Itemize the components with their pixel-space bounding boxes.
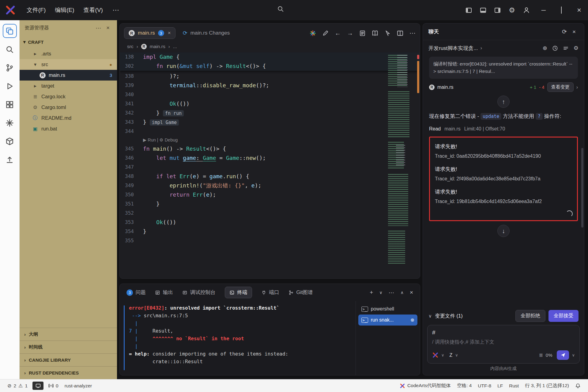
terminal-output[interactable]: error[E0432]: unresolved import `crosste… bbox=[120, 301, 356, 375]
chat-scrollbar[interactable] bbox=[581, 148, 583, 228]
code-editor[interactable]: 138impl Game {302 fn run(&mut self) -> R… bbox=[120, 52, 420, 278]
account-icon[interactable] bbox=[523, 7, 530, 13]
status-item[interactable]: 空格: 4 bbox=[454, 379, 475, 392]
terminal-dropdown-icon[interactable]: ∨ bbox=[379, 290, 382, 295]
menu-edit[interactable]: 编辑(E) bbox=[50, 4, 79, 17]
panel-close-icon[interactable]: × bbox=[410, 289, 413, 296]
publish-icon[interactable] bbox=[3, 153, 17, 167]
panel-tab-输出[interactable]: 输出 bbox=[155, 289, 173, 296]
send-options-icon[interactable]: ∨ bbox=[572, 353, 575, 357]
tree-item-target[interactable]: ▸target bbox=[20, 81, 117, 91]
forward-icon[interactable]: → bbox=[347, 30, 353, 37]
chat-input-value[interactable]: # bbox=[432, 329, 575, 336]
book-icon[interactable] bbox=[372, 30, 378, 36]
close-window-button[interactable]: × bbox=[573, 6, 585, 14]
search-panel-icon[interactable] bbox=[3, 42, 17, 56]
breadcrumb[interactable]: src › R main.rs › ... bbox=[120, 41, 420, 52]
reject-all-button[interactable]: 全部拒绝 bbox=[515, 310, 545, 322]
notifications-bell-icon[interactable] bbox=[572, 379, 584, 392]
panel-tab-问题[interactable]: 3问题 bbox=[126, 289, 146, 296]
tree-item-README.md[interactable]: ⓘREADME.md bbox=[20, 113, 117, 123]
sidebar-section-大纲[interactable]: ›大纲 bbox=[20, 328, 117, 341]
breadcrumb-item[interactable]: ... bbox=[173, 44, 177, 49]
minimap[interactable] bbox=[388, 53, 414, 275]
status-item[interactable]: UTF-8 bbox=[475, 379, 494, 392]
sidebar-close-icon[interactable]: × bbox=[104, 24, 112, 31]
back-icon[interactable]: ← bbox=[335, 30, 341, 37]
cursor-icon[interactable] bbox=[384, 30, 391, 36]
sidebar-more-icon[interactable]: ⋯ bbox=[93, 24, 104, 32]
edit-icon[interactable] bbox=[322, 30, 329, 36]
new-terminal-icon[interactable]: + bbox=[370, 289, 373, 296]
panel-maximize-icon[interactable]: ∧ bbox=[401, 290, 404, 295]
extensions-icon[interactable] bbox=[3, 97, 17, 111]
file-change-row[interactable]: R main.rs + 1 - 4 查看变更 › bbox=[429, 82, 578, 92]
view-changes-button[interactable]: 查看变更 bbox=[547, 82, 574, 92]
terminal-session-powershell[interactable]: >_powershell bbox=[358, 303, 417, 315]
chat-close-icon[interactable]: × bbox=[570, 28, 579, 35]
accept-all-button[interactable]: 全部接受 bbox=[548, 310, 579, 322]
problems-status[interactable]: ⊘ 2 ⚠ 1 bbox=[4, 379, 31, 392]
panel-more-icon[interactable]: ⋯ bbox=[389, 289, 394, 296]
sidebar-section-RUST DEPENDENCIES[interactable]: ›RUST DEPENDENCIES bbox=[20, 366, 117, 379]
model-selector[interactable]: Z bbox=[450, 352, 453, 358]
tree-item-Cargo.lock[interactable]: ≣Cargo.lock bbox=[20, 91, 117, 102]
scroll-up-button[interactable]: ↑ bbox=[497, 96, 510, 108]
tree-item-.arts[interactable]: ▸.arts bbox=[20, 48, 117, 59]
language-server-status[interactable]: rust-analyzer bbox=[62, 379, 95, 392]
tree-item-run.bat[interactable]: ▣run.bat bbox=[20, 123, 117, 134]
maximize-button[interactable] bbox=[557, 7, 565, 14]
send-button[interactable] bbox=[557, 350, 569, 360]
mcp-icon[interactable] bbox=[563, 45, 569, 51]
explorer-icon[interactable] bbox=[3, 24, 17, 38]
toggle-bottom-panel-icon[interactable] bbox=[480, 7, 486, 13]
ai-sparkle-icon[interactable] bbox=[310, 30, 316, 36]
status-item[interactable]: Rust bbox=[506, 379, 522, 392]
chat-settings-icon[interactable]: ⚙ bbox=[574, 45, 579, 51]
panel-tab-端口[interactable]: 端口 bbox=[261, 289, 279, 296]
minimize-button[interactable]: ─ bbox=[538, 7, 549, 14]
outline-icon[interactable] bbox=[359, 30, 366, 36]
chat-input[interactable]: # / 调用快捷指令,# 添加上下文 ∨ Z ∨ ≣ 0% ∨ bbox=[427, 325, 580, 364]
tree-item-main.rs[interactable]: Rmain.rs3 bbox=[20, 70, 117, 81]
status-item[interactable]: LF bbox=[494, 379, 506, 392]
tab-main-rs[interactable]: R main.rs 3 × bbox=[124, 27, 175, 39]
history-icon[interactable] bbox=[552, 45, 558, 51]
remote-indicator[interactable] bbox=[32, 382, 43, 390]
model-logo-icon[interactable] bbox=[432, 352, 439, 358]
status-item[interactable]: 行 3, 列 1 (已选择12) bbox=[522, 379, 572, 392]
chevron-right-icon[interactable]: › bbox=[576, 85, 578, 90]
menu-more-icon[interactable]: ⋯ bbox=[107, 6, 124, 14]
panel-tab-Git图谱[interactable]: Git图谱 bbox=[288, 289, 313, 296]
workspace-root[interactable]: ▾ CRAFT bbox=[20, 36, 117, 48]
search-icon[interactable] bbox=[277, 6, 284, 12]
kill-session-icon[interactable]: ⊗ bbox=[410, 317, 414, 323]
menu-view[interactable]: 查看(V) bbox=[79, 4, 107, 17]
ports-status[interactable]: 0 bbox=[45, 379, 62, 392]
chat-messages[interactable]: 编译时报错: error[E0432]: unresolved import `… bbox=[423, 56, 584, 307]
run-debug-icon[interactable] bbox=[3, 79, 17, 93]
codelens-run-debug[interactable]: ▶ Run | ⚙ Debug bbox=[120, 136, 420, 144]
chevron-down-icon[interactable]: ∨ bbox=[455, 353, 458, 357]
status-item[interactable]: CodeArts代码智能体 bbox=[397, 379, 454, 392]
new-chat-icon[interactable]: ⊕ bbox=[543, 45, 547, 51]
split-editor-icon[interactable] bbox=[397, 30, 403, 36]
chevron-down-icon[interactable]: ∨ bbox=[441, 353, 444, 357]
sidebar-section-CANGJIE LIBRARY[interactable]: ›CANGJIE LIBRARY bbox=[20, 353, 117, 366]
sidebar-section-时间线[interactable]: ›时间线 bbox=[20, 341, 117, 353]
toggle-left-panel-icon[interactable] bbox=[466, 7, 472, 13]
package-icon[interactable] bbox=[3, 134, 17, 148]
breadcrumb-item[interactable]: src bbox=[127, 44, 134, 49]
source-control-icon[interactable] bbox=[3, 61, 17, 75]
menu-file[interactable]: 文件(F) bbox=[22, 4, 50, 17]
toggle-right-panel-icon[interactable] bbox=[494, 7, 501, 13]
tree-item-Cargo.toml[interactable]: ⚙Cargo.toml bbox=[20, 102, 117, 113]
tab-close-icon[interactable]: × bbox=[168, 30, 171, 36]
chat-refresh-icon[interactable]: ⟳ bbox=[559, 28, 570, 35]
quoted-error[interactable]: 编译时报错: error[E0432]: unresolved import `… bbox=[429, 57, 578, 79]
changed-files-bar[interactable]: ∨ 变更文件 (1) 全部拒绝 全部接受 bbox=[427, 307, 580, 325]
scroll-down-button[interactable]: ↓ bbox=[497, 225, 510, 237]
tree-item-src[interactable]: ▾src● bbox=[20, 59, 117, 70]
breadcrumb-item[interactable]: main.rs bbox=[150, 44, 165, 49]
ai-sparkle-icon[interactable] bbox=[3, 116, 17, 130]
